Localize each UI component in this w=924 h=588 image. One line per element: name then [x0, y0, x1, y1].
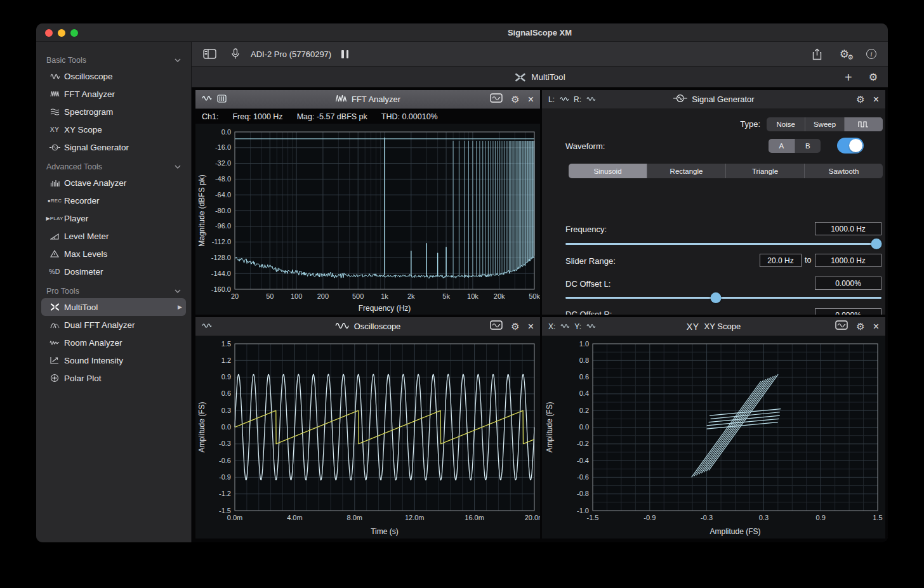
sidebar-item-dosimeter[interactable]: %D Dosimeter [41, 263, 186, 280]
sidebar-item-player[interactable]: ▶PLAY Player [41, 209, 186, 227]
sidebar-item-oscilloscope[interactable]: Oscilloscope [41, 67, 186, 85]
toggle-sidebar-icon[interactable] [203, 49, 216, 59]
waveform-option-sinusoid[interactable]: Sinusoid [569, 164, 647, 178]
waveform-option-sawtooth[interactable]: Sawtooth [804, 164, 883, 178]
close-icon[interactable]: × [873, 95, 879, 105]
settings-gears-icon[interactable]: ⚙⚙ [840, 49, 849, 60]
device-name[interactable]: ADI-2 Pro (57760297) [251, 49, 331, 59]
left-waveform-thumb-icon[interactable] [560, 95, 569, 104]
xy-icon: XY [45, 126, 64, 133]
chart-style-icon[interactable] [490, 320, 503, 332]
close-icon[interactable]: × [873, 322, 879, 332]
sidebar-item-fft-analyzer[interactable]: FFT Analyzer [41, 85, 186, 103]
sidebar-item-label: Spectrogram [64, 107, 113, 117]
slider-track[interactable] [565, 297, 881, 299]
signal-generator-title: Signal Generator [692, 95, 754, 104]
range-from-field[interactable]: 20.0 Hz [760, 254, 802, 267]
slider-knob[interactable] [711, 292, 722, 303]
svg-text:-0.3: -0.3 [219, 440, 231, 447]
oscilloscope-header[interactable]: Oscilloscope ⚙ × [195, 317, 540, 336]
type-option-noise[interactable]: Noise [767, 117, 805, 131]
sidebar-item-spectrogram[interactable]: Spectrogram [41, 103, 186, 121]
channel-b-option[interactable]: B [795, 139, 821, 153]
svg-text:-0.3: -0.3 [701, 514, 713, 521]
sidebar-item-label: Octave Analyzer [64, 178, 126, 188]
fft-title-icon [335, 95, 346, 104]
sidebar-item-dual-fft-analyzer[interactable]: Dual FFT Analyzer [41, 316, 186, 334]
frequency-slider[interactable] [565, 238, 881, 249]
info-icon[interactable]: i [866, 49, 876, 59]
svg-text:-0.9: -0.9 [644, 514, 656, 521]
waveform-thumb-icon[interactable] [202, 95, 212, 104]
svg-text:-48.0: -48.0 [215, 175, 231, 183]
gear-icon[interactable]: ⚙ [511, 322, 519, 331]
type-option-sweep[interactable]: Sweep [805, 117, 843, 131]
frequency-value-field[interactable]: 1000.0 Hz [815, 222, 881, 235]
minimize-window-button[interactable] [58, 29, 65, 37]
svg-text:-112.0: -112.0 [212, 238, 231, 245]
svg-text:-0.6: -0.6 [219, 457, 231, 464]
chart-style-icon[interactable] [490, 93, 503, 105]
disclosure-arrow-icon[interactable]: ▶ [178, 304, 182, 310]
sidebar-item-label: MultiTool [64, 303, 98, 312]
svg-text:-32.0: -32.0 [215, 159, 231, 167]
sidebar-item-room-analyzer[interactable]: Room Analyzer [41, 334, 186, 351]
x-waveform-thumb-icon[interactable] [560, 322, 569, 331]
signal-generator-title-icon [673, 94, 687, 105]
sidebar-item-signal-generator[interactable]: Signal Generator [41, 138, 186, 156]
sidebar-item-label: FFT Analyzer [64, 89, 115, 99]
right-waveform-thumb-icon[interactable] [586, 95, 595, 104]
dc-offset-l-field[interactable]: 0.000% [815, 277, 881, 290]
multitool-bar-title-group[interactable]: MultiTool [514, 67, 565, 88]
svg-text:0.6: 0.6 [221, 389, 231, 397]
share-icon[interactable] [812, 48, 822, 60]
fft-panel-header[interactable]: FFT Analyzer ⚙ × [195, 90, 540, 109]
sidebar-item-max-levels[interactable]: Max Levels [41, 245, 186, 263]
sidebar-item-sound-intensity[interactable]: Sound Intensity [41, 351, 186, 369]
waveform-thumb-icon[interactable] [202, 322, 212, 331]
y-waveform-thumb-icon[interactable] [586, 322, 595, 331]
generator-enable-toggle[interactable] [837, 138, 864, 154]
xy-scope-header[interactable]: X: Y: XY XY Scope ⚙ × [542, 317, 885, 336]
sidebar-item-recorder[interactable]: ●REC Recorder [41, 192, 186, 209]
slider-track[interactable] [565, 243, 881, 245]
channel-a-option[interactable]: A [769, 139, 795, 153]
room-analyzer-icon [45, 339, 64, 346]
type-option-waveform[interactable] [844, 117, 883, 131]
sidebar-item-multitool[interactable]: MultiTool ▶ [41, 298, 186, 316]
gear-icon[interactable]: ⚙ [869, 72, 878, 82]
fft-chart[interactable]: 20501002005001k2k5k10k20k50k0.0-16.0-32.… [195, 124, 540, 315]
svg-text:1.2: 1.2 [221, 356, 231, 364]
dc-offset-l-slider[interactable] [565, 292, 881, 303]
signal-generator-header[interactable]: L: R: Signal Generator ⚙ × [542, 90, 885, 109]
gear-icon[interactable]: ⚙ [856, 322, 864, 331]
xy-chart[interactable]: -1.5-0.9-0.30.30.91.51.00.80.60.40.20.0-… [542, 336, 885, 539]
gear-icon[interactable]: ⚙ [511, 95, 519, 104]
chart-style-icon[interactable] [835, 320, 848, 332]
spectrogram-thumb-icon[interactable] [217, 95, 227, 105]
slider-knob[interactable] [871, 238, 882, 249]
svg-text:10k: 10k [467, 292, 478, 300]
waveform-option-triangle[interactable]: Triangle [725, 164, 804, 178]
close-icon[interactable]: × [528, 95, 534, 105]
add-tool-button[interactable]: + [845, 71, 852, 84]
microphone-icon[interactable] [232, 48, 239, 60]
sidebar-item-polar-plot[interactable]: Polar Plot [41, 369, 186, 387]
svg-text:0.4: 0.4 [579, 389, 589, 397]
zoom-window-button[interactable] [70, 29, 78, 37]
oscilloscope-chart[interactable]: 0.0m4.0m8.0m12.0m16.0m20.0m1.51.20.90.60… [195, 336, 540, 539]
sidebar-section-advanced-tools[interactable]: Advanced Tools [36, 156, 191, 174]
sidebar-item-xy-scope[interactable]: XY XY Scope [41, 121, 186, 138]
range-to-field[interactable]: 1000.0 Hz [815, 254, 881, 267]
sidebar-section-pro-tools[interactable]: Pro Tools [36, 280, 191, 298]
waveform-option-rectangle[interactable]: Rectangle [647, 164, 725, 178]
sidebar-section-basic-tools[interactable]: Basic Tools [36, 49, 191, 67]
dc-offset-r-field[interactable]: 0.000% [815, 308, 881, 315]
gear-icon[interactable]: ⚙ [856, 95, 864, 104]
close-icon[interactable]: × [528, 322, 534, 332]
sidebar-item-level-meter[interactable]: Level Meter [41, 227, 186, 245]
sidebar-item-octave-analyzer[interactable]: Octave Analyzer [41, 174, 186, 192]
pause-button[interactable] [341, 50, 348, 58]
fft-peaks-icon [45, 91, 64, 97]
close-window-button[interactable] [45, 29, 53, 37]
